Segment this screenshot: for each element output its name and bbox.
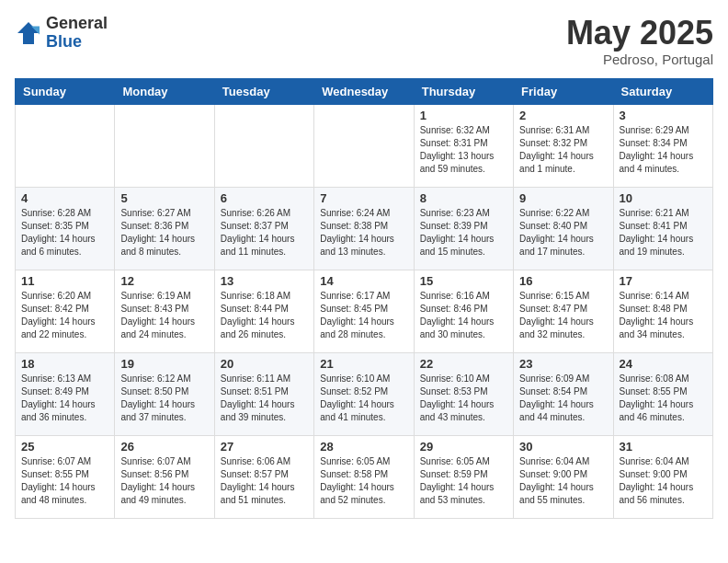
- day-number: 14: [320, 274, 407, 288]
- day-number: 24: [620, 357, 707, 371]
- calendar-week-2: 11Sunrise: 6:20 AM Sunset: 8:42 PM Dayli…: [16, 270, 713, 352]
- calendar-cell: 20Sunrise: 6:11 AM Sunset: 8:51 PM Dayli…: [214, 352, 313, 435]
- day-content: Sunrise: 6:31 AM Sunset: 8:32 PM Dayligh…: [519, 124, 607, 176]
- day-content: Sunrise: 6:11 AM Sunset: 8:51 PM Dayligh…: [221, 373, 308, 424]
- calendar-cell: 30Sunrise: 6:04 AM Sunset: 9:00 PM Dayli…: [514, 435, 613, 518]
- day-content: Sunrise: 6:28 AM Sunset: 8:35 PM Dayligh…: [21, 207, 108, 259]
- calendar-cell: [314, 104, 414, 187]
- calendar-cell: 28Sunrise: 6:05 AM Sunset: 8:58 PM Dayli…: [314, 435, 414, 518]
- day-content: Sunrise: 6:08 AM Sunset: 8:55 PM Dayligh…: [620, 373, 707, 424]
- logo-icon: [15, 19, 42, 47]
- day-content: Sunrise: 6:18 AM Sunset: 8:44 PM Dayligh…: [221, 290, 308, 341]
- day-number: 11: [21, 274, 108, 288]
- day-content: Sunrise: 6:24 AM Sunset: 8:38 PM Dayligh…: [320, 207, 407, 259]
- day-number: 18: [21, 357, 108, 371]
- calendar-cell: 15Sunrise: 6:16 AM Sunset: 8:46 PM Dayli…: [414, 270, 513, 352]
- day-content: Sunrise: 6:07 AM Sunset: 8:56 PM Dayligh…: [120, 455, 208, 507]
- calendar-cell: 9Sunrise: 6:22 AM Sunset: 8:40 PM Daylig…: [514, 187, 613, 270]
- logo-general-text: General: [46, 15, 108, 33]
- calendar-cell: 18Sunrise: 6:13 AM Sunset: 8:49 PM Dayli…: [16, 352, 115, 435]
- day-number: 23: [519, 357, 607, 371]
- location: Pedroso, Portugal: [566, 52, 713, 67]
- calendar-cell: 6Sunrise: 6:26 AM Sunset: 8:37 PM Daylig…: [214, 187, 313, 270]
- day-content: Sunrise: 6:19 AM Sunset: 8:43 PM Dayligh…: [120, 290, 208, 341]
- header-thursday: Thursday: [414, 78, 513, 104]
- day-number: 19: [120, 357, 208, 371]
- day-content: Sunrise: 6:07 AM Sunset: 8:55 PM Dayligh…: [21, 455, 108, 507]
- calendar-cell: 26Sunrise: 6:07 AM Sunset: 8:56 PM Dayli…: [115, 435, 214, 518]
- day-number: 7: [320, 191, 407, 205]
- day-number: 27: [221, 440, 308, 454]
- day-number: 9: [519, 191, 607, 205]
- calendar-cell: 25Sunrise: 6:07 AM Sunset: 8:55 PM Dayli…: [16, 435, 115, 518]
- day-content: Sunrise: 6:12 AM Sunset: 8:50 PM Dayligh…: [120, 373, 208, 424]
- calendar-week-3: 18Sunrise: 6:13 AM Sunset: 8:49 PM Dayli…: [16, 352, 713, 435]
- header-monday: Monday: [115, 78, 214, 104]
- day-content: Sunrise: 6:09 AM Sunset: 8:54 PM Dayligh…: [519, 373, 607, 424]
- day-number: 5: [120, 191, 208, 205]
- day-content: Sunrise: 6:22 AM Sunset: 8:40 PM Dayligh…: [519, 207, 607, 259]
- calendar-cell: 11Sunrise: 6:20 AM Sunset: 8:42 PM Dayli…: [16, 270, 115, 352]
- calendar-cell: 3Sunrise: 6:29 AM Sunset: 8:34 PM Daylig…: [613, 104, 712, 187]
- day-content: Sunrise: 6:29 AM Sunset: 8:34 PM Dayligh…: [620, 124, 707, 176]
- svg-marker-0: [17, 22, 40, 44]
- day-number: 3: [620, 109, 707, 122]
- calendar-cell: 13Sunrise: 6:18 AM Sunset: 8:44 PM Dayli…: [214, 270, 313, 352]
- calendar-cell: 7Sunrise: 6:24 AM Sunset: 8:38 PM Daylig…: [314, 187, 414, 270]
- day-number: 29: [420, 440, 507, 454]
- calendar-header-row: SundayMondayTuesdayWednesdayThursdayFrid…: [16, 78, 713, 104]
- day-content: Sunrise: 6:14 AM Sunset: 8:48 PM Dayligh…: [620, 290, 707, 341]
- calendar-cell: 4Sunrise: 6:28 AM Sunset: 8:35 PM Daylig…: [16, 187, 115, 270]
- calendar-cell: 17Sunrise: 6:14 AM Sunset: 8:48 PM Dayli…: [613, 270, 712, 352]
- calendar-table: SundayMondayTuesdayWednesdayThursdayFrid…: [15, 78, 713, 519]
- calendar-cell: 16Sunrise: 6:15 AM Sunset: 8:47 PM Dayli…: [514, 270, 613, 352]
- day-number: 26: [120, 440, 208, 454]
- calendar-cell: 23Sunrise: 6:09 AM Sunset: 8:54 PM Dayli…: [514, 352, 613, 435]
- day-number: 21: [320, 357, 407, 371]
- day-content: Sunrise: 6:04 AM Sunset: 9:00 PM Dayligh…: [519, 455, 607, 507]
- day-number: 28: [320, 440, 407, 454]
- calendar-cell: 8Sunrise: 6:23 AM Sunset: 8:39 PM Daylig…: [414, 187, 513, 270]
- day-content: Sunrise: 6:23 AM Sunset: 8:39 PM Dayligh…: [420, 207, 507, 259]
- day-number: 12: [120, 274, 208, 288]
- header-friday: Friday: [514, 78, 613, 104]
- day-number: 25: [21, 440, 108, 454]
- day-number: 30: [519, 440, 607, 454]
- day-number: 8: [420, 191, 507, 205]
- day-content: Sunrise: 6:26 AM Sunset: 8:37 PM Dayligh…: [221, 207, 308, 259]
- calendar-cell: 19Sunrise: 6:12 AM Sunset: 8:50 PM Dayli…: [115, 352, 214, 435]
- day-number: 22: [420, 357, 507, 371]
- day-content: Sunrise: 6:27 AM Sunset: 8:36 PM Dayligh…: [120, 207, 208, 259]
- day-content: Sunrise: 6:05 AM Sunset: 8:59 PM Dayligh…: [420, 455, 507, 507]
- logo-text: General Blue: [46, 15, 108, 52]
- day-number: 15: [420, 274, 507, 288]
- calendar-week-0: 1Sunrise: 6:32 AM Sunset: 8:31 PM Daylig…: [16, 104, 713, 187]
- logo: General Blue: [15, 15, 108, 52]
- calendar-cell: 1Sunrise: 6:32 AM Sunset: 8:31 PM Daylig…: [414, 104, 513, 187]
- calendar-cell: 12Sunrise: 6:19 AM Sunset: 8:43 PM Dayli…: [115, 270, 214, 352]
- day-number: 13: [221, 274, 308, 288]
- calendar-cell: 10Sunrise: 6:21 AM Sunset: 8:41 PM Dayli…: [613, 187, 712, 270]
- day-content: Sunrise: 6:15 AM Sunset: 8:47 PM Dayligh…: [519, 290, 607, 341]
- day-number: 1: [420, 109, 507, 122]
- header-wednesday: Wednesday: [314, 78, 414, 104]
- day-number: 10: [620, 191, 707, 205]
- calendar-cell: 31Sunrise: 6:04 AM Sunset: 9:00 PM Dayli…: [613, 435, 712, 518]
- calendar-cell: 2Sunrise: 6:31 AM Sunset: 8:32 PM Daylig…: [514, 104, 613, 187]
- page-header: General Blue May 2025 Pedroso, Portugal: [15, 15, 713, 67]
- calendar-cell: 27Sunrise: 6:06 AM Sunset: 8:57 PM Dayli…: [214, 435, 313, 518]
- day-content: Sunrise: 6:17 AM Sunset: 8:45 PM Dayligh…: [320, 290, 407, 341]
- calendar-week-4: 25Sunrise: 6:07 AM Sunset: 8:55 PM Dayli…: [16, 435, 713, 518]
- calendar-cell: [214, 104, 313, 187]
- day-number: 20: [221, 357, 308, 371]
- day-content: Sunrise: 6:05 AM Sunset: 8:58 PM Dayligh…: [320, 455, 407, 507]
- day-content: Sunrise: 6:32 AM Sunset: 8:31 PM Dayligh…: [420, 124, 507, 176]
- calendar-cell: 5Sunrise: 6:27 AM Sunset: 8:36 PM Daylig…: [115, 187, 214, 270]
- month-title: May 2025: [566, 15, 713, 52]
- calendar-cell: 29Sunrise: 6:05 AM Sunset: 8:59 PM Dayli…: [414, 435, 513, 518]
- day-content: Sunrise: 6:06 AM Sunset: 8:57 PM Dayligh…: [221, 455, 308, 507]
- day-content: Sunrise: 6:16 AM Sunset: 8:46 PM Dayligh…: [420, 290, 507, 341]
- title-block: May 2025 Pedroso, Portugal: [566, 15, 713, 67]
- day-content: Sunrise: 6:04 AM Sunset: 9:00 PM Dayligh…: [620, 455, 707, 507]
- logo-blue-text: Blue: [46, 33, 108, 52]
